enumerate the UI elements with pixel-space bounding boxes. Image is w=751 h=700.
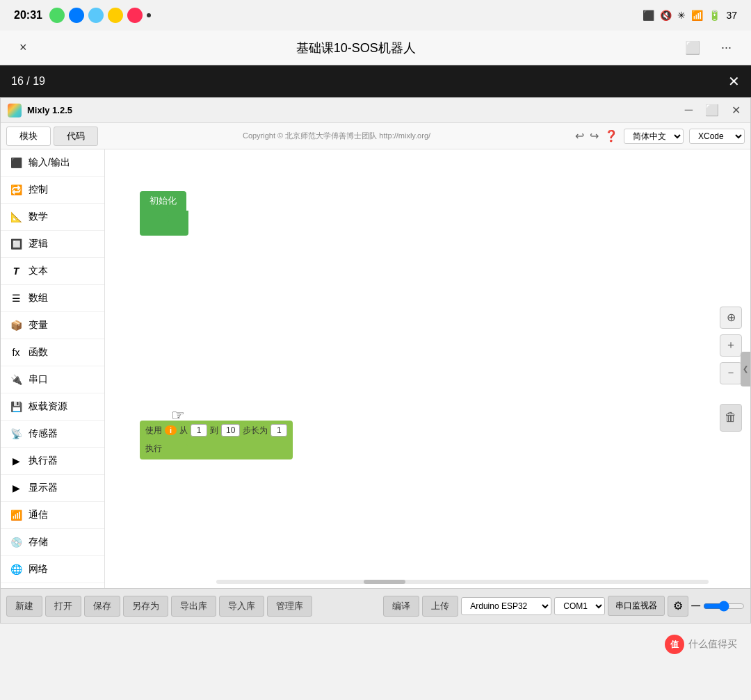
sidebar-item-variable[interactable]: 📦 变量 — [1, 312, 104, 339]
status-bar: 20:31 ⬛ 🔇 ✳ 📶 🔋 37 — [0, 0, 751, 31]
mute-icon: 🔇 — [660, 10, 672, 21]
restore-button[interactable]: ⬜ — [702, 104, 722, 117]
for-from-label: 从 — [179, 425, 188, 437]
bluetooth-icon: ✳ — [677, 10, 686, 21]
serial-monitor-button[interactable]: 串口监视器 — [608, 596, 665, 616]
slide-bar: 16 / 19 ✕ — [0, 65, 751, 97]
sidebar-scroll-left[interactable]: ◀ — [6, 586, 13, 588]
actuator-icon: ▶ — [9, 454, 23, 468]
board-select[interactable]: Arduino ESP32 Arduino Uno Arduino Nano — [461, 597, 551, 615]
upload-button[interactable]: 上传 — [422, 596, 458, 617]
sidebar-label-logic: 逻辑 — [29, 238, 48, 250]
slider-control: ─ — [691, 599, 745, 613]
network-icon: 🌐 — [9, 562, 23, 576]
slider-minus[interactable]: ─ — [691, 599, 700, 613]
sidebar-item-onboard[interactable]: 💾 板载资源 — [1, 393, 104, 421]
sidebar-item-storage[interactable]: 💿 存储 — [1, 529, 104, 556]
sidebar-label-sensor: 传感器 — [29, 428, 58, 440]
sidebar-item-io[interactable]: ⬛ 输入/输出 — [1, 149, 104, 177]
init-block-label: 初始化 — [140, 191, 186, 211]
redo-button[interactable]: ↪ — [590, 129, 599, 143]
battery-level: 37 — [726, 10, 737, 21]
block-canvas[interactable]: 初始化 ☞ 使用 i 从 1 到 10 步 — [105, 149, 750, 588]
for-from-value[interactable]: 1 — [191, 424, 207, 437]
new-button[interactable]: 新建 — [6, 596, 42, 617]
nav-right: ⬜ ··· — [679, 38, 737, 58]
onboard-icon: 💾 — [9, 400, 23, 414]
init-block[interactable]: 初始化 — [140, 191, 188, 236]
sidebar-label-function: 函数 — [29, 346, 48, 359]
watermark: 值 什么值得买 — [665, 635, 737, 654]
for-to-value[interactable]: 10 — [221, 424, 240, 437]
sidebar-item-math[interactable]: 📐 数学 — [1, 204, 104, 231]
zoom-in-button[interactable]: ＋ — [720, 334, 742, 357]
function-icon: fx — [9, 345, 23, 359]
status-icons — [49, 8, 151, 23]
port-select[interactable]: COM1 COM2 COM3 — [554, 597, 605, 615]
for-step-value[interactable]: 1 — [270, 424, 287, 437]
sidebar-label-actuator: 执行器 — [29, 455, 58, 467]
nav-title: 基础课10-SOS机器人 — [33, 40, 679, 56]
canvas-scrollbar-horizontal[interactable] — [216, 580, 709, 584]
trash-button[interactable]: 🗑 — [720, 404, 742, 432]
wifi-icon: 📶 — [691, 10, 703, 21]
sidebar-item-actuator[interactable]: ▶ 执行器 — [1, 448, 104, 475]
for-to-label: 到 — [210, 425, 218, 437]
sidebar-item-text[interactable]: T 文本 — [1, 258, 104, 285]
settings-button[interactable]: ⚙ — [668, 596, 688, 617]
export-button[interactable]: 导出库 — [171, 596, 216, 617]
open-button[interactable]: 打开 — [45, 596, 81, 617]
sidebar-item-logic[interactable]: 🔲 逻辑 — [1, 231, 104, 258]
sidebar-label-io: 输入/输出 — [29, 156, 70, 169]
zoom-slider[interactable] — [703, 601, 745, 612]
sidebar-item-array[interactable]: ☰ 数组 — [1, 285, 104, 312]
sidebar-label-display: 显示器 — [29, 482, 58, 494]
sidebar-item-control[interactable]: 🔁 控制 — [1, 177, 104, 204]
sidebar-item-sensor[interactable]: 📡 传感器 — [1, 421, 104, 448]
sidebar-label-variable: 变量 — [29, 319, 48, 332]
array-icon: ☰ — [9, 291, 23, 305]
minimize-button[interactable]: ─ — [682, 104, 695, 117]
fullscreen-icon[interactable]: ⬜ — [679, 38, 706, 58]
sidebar-item-display[interactable]: ▶ 显示器 — [1, 475, 104, 502]
zoom-out-button[interactable]: － — [720, 362, 742, 384]
sensor-icon: 📡 — [9, 427, 23, 441]
slide-counter: 16 / 19 — [11, 75, 45, 88]
save-as-button[interactable]: 另存为 — [123, 596, 168, 617]
language-select[interactable]: 简体中文 English — [624, 129, 684, 144]
sidebar-label-control: 控制 — [29, 184, 48, 196]
for-loop-block[interactable]: 使用 i 从 1 到 10 步长为 1 执行 — [140, 421, 293, 459]
for-loop-header: 使用 i 从 1 到 10 步长为 1 — [140, 421, 293, 440]
sidebar-label-serial: 串口 — [29, 373, 48, 386]
close-button[interactable]: × — [14, 38, 33, 58]
status-dot — [147, 13, 151, 17]
xcode-select[interactable]: XCode Arduino — [689, 129, 745, 144]
sidebar-label-array: 数组 — [29, 292, 48, 304]
compile-button[interactable]: 编译 — [383, 596, 419, 617]
app-icon-5 — [127, 8, 143, 23]
sidebar-label-math: 数学 — [29, 211, 48, 223]
locate-button[interactable]: ⊕ — [720, 307, 742, 329]
slide-close-button[interactable]: ✕ — [728, 73, 740, 90]
time-display: 20:31 — [14, 9, 42, 22]
sidebar-scroll-right[interactable]: ▶ — [92, 586, 99, 588]
import-button[interactable]: 导入库 — [219, 596, 264, 617]
storage-icon: 💿 — [9, 535, 23, 549]
help-button[interactable]: ❓ — [604, 129, 618, 143]
for-var-label: i — [165, 425, 177, 435]
sidebar-item-serial[interactable]: 🔌 串口 — [1, 366, 104, 393]
sidebar-item-comm[interactable]: 📶 通信 — [1, 502, 104, 529]
sidebar-item-function[interactable]: fx 函数 — [1, 339, 104, 366]
manage-button[interactable]: 管理库 — [267, 596, 312, 617]
save-button[interactable]: 保存 — [84, 596, 120, 617]
for-step-label: 步长为 — [243, 425, 268, 437]
sidebar-item-network[interactable]: 🌐 网络 — [1, 556, 104, 583]
tab-blocks[interactable]: 模块 — [6, 127, 51, 146]
more-options-button[interactable]: ··· — [716, 38, 737, 58]
undo-button[interactable]: ↩ — [575, 129, 584, 143]
for-exec-label: 执行 — [145, 443, 162, 453]
window-close-button[interactable]: ✕ — [729, 104, 743, 117]
tab-code[interactable]: 代码 — [54, 127, 98, 146]
side-panel-handle[interactable]: ❮ — [741, 352, 750, 386]
copyright-text: Copyright © 北京师范大学傅善博士团队 http://mixly.or… — [101, 131, 572, 141]
